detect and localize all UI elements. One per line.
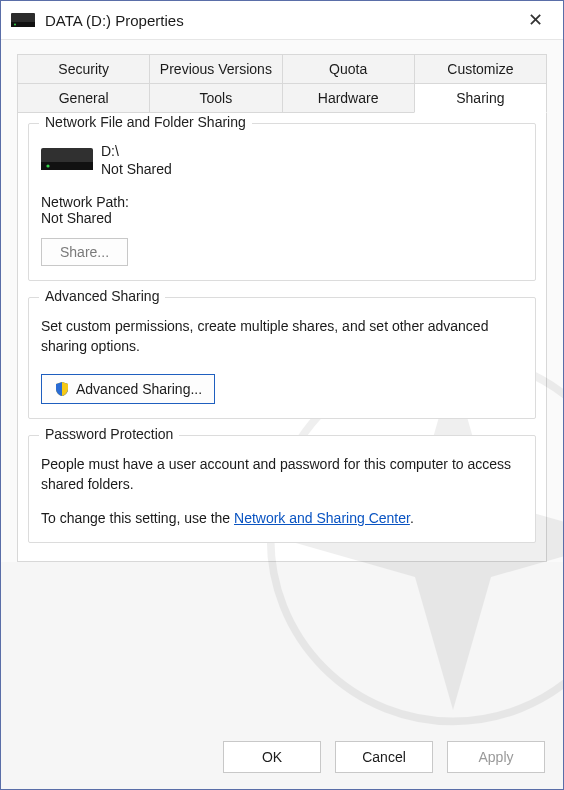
titlebar: DATA (D:) Properties ✕ — [1, 1, 563, 40]
tab-strip: Security Previous Versions Quota Customi… — [17, 54, 547, 113]
group-legend-network: Network File and Folder Sharing — [39, 114, 252, 130]
tab-quota[interactable]: Quota — [282, 54, 415, 84]
group-legend-advanced: Advanced Sharing — [39, 288, 165, 304]
drive-text: D:\ Not Shared — [101, 142, 172, 178]
sharing-tab-page: Network File and Folder Sharing D:\ Not … — [17, 113, 547, 562]
shield-icon — [54, 381, 70, 397]
advanced-sharing-button-label: Advanced Sharing... — [76, 381, 202, 397]
ok-button[interactable]: OK — [223, 741, 321, 773]
tab-area: Security Previous Versions Quota Customi… — [1, 40, 563, 562]
tab-previous-versions[interactable]: Previous Versions — [149, 54, 282, 84]
properties-dialog: DATA (D:) Properties ✕ Security Previous… — [0, 0, 564, 790]
tab-security[interactable]: Security — [17, 54, 150, 84]
drive-large-icon — [41, 144, 93, 174]
network-path-value: Not Shared — [41, 210, 523, 226]
tab-customize[interactable]: Customize — [414, 54, 547, 84]
tab-sharing[interactable]: Sharing — [414, 84, 547, 113]
password-protection-change: To change this setting, use the Network … — [41, 508, 523, 528]
network-sharing-center-link[interactable]: Network and Sharing Center — [234, 510, 410, 526]
group-password-protection: Password Protection People must have a u… — [28, 435, 536, 543]
group-advanced-sharing: Advanced Sharing Set custom permissions,… — [28, 297, 536, 419]
network-path-label: Network Path: — [41, 194, 523, 210]
password-protection-description: People must have a user account and pass… — [41, 454, 523, 494]
window-title: DATA (D:) Properties — [45, 12, 513, 29]
advanced-sharing-description: Set custom permissions, create multiple … — [41, 316, 523, 356]
dialog-button-bar: OK Cancel Apply — [1, 729, 563, 789]
pp-change-prefix: To change this setting, use the — [41, 510, 234, 526]
drive-status: Not Shared — [101, 160, 172, 178]
pp-change-suffix: . — [410, 510, 414, 526]
drive-path: D:\ — [101, 142, 172, 160]
svg-point-4 — [14, 24, 16, 26]
tab-hardware[interactable]: Hardware — [282, 84, 415, 113]
cancel-button[interactable]: Cancel — [335, 741, 433, 773]
svg-point-7 — [46, 164, 49, 167]
share-button[interactable]: Share... — [41, 238, 128, 266]
advanced-sharing-button[interactable]: Advanced Sharing... — [41, 374, 215, 404]
close-button[interactable]: ✕ — [513, 9, 557, 31]
tab-general[interactable]: General — [17, 84, 150, 113]
drive-icon — [11, 13, 35, 27]
tab-tools[interactable]: Tools — [149, 84, 282, 113]
group-network-sharing: Network File and Folder Sharing D:\ Not … — [28, 123, 536, 281]
group-legend-password: Password Protection — [39, 426, 179, 442]
apply-button[interactable]: Apply — [447, 741, 545, 773]
